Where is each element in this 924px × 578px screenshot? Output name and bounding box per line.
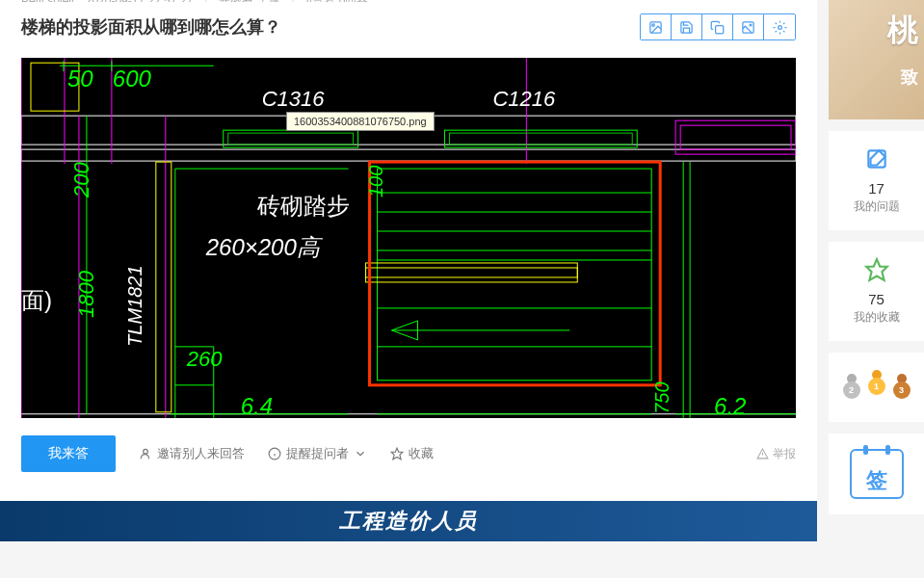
svg-point-4 <box>750 24 752 26</box>
svg-text:260: 260 <box>186 347 223 371</box>
calendar-icon: 签 <box>850 449 904 499</box>
svg-text:砖砌踏步: 砖砌踏步 <box>256 193 350 219</box>
svg-rect-32 <box>366 268 578 277</box>
post-title: 楼梯的投影面积从哪到哪怎么算？ <box>21 15 281 39</box>
post-location: 安徽省 土建 <box>219 0 279 2</box>
star-icon <box>390 447 404 460</box>
svg-marker-73 <box>866 259 887 280</box>
post-stats: 4查看 0回答 <box>306 0 369 2</box>
svg-text:260×200高: 260×200高 <box>205 234 323 260</box>
svg-text:100: 100 <box>365 166 386 197</box>
svg-rect-23 <box>378 169 652 381</box>
medals-card[interactable]: 2 1 3 <box>829 353 924 422</box>
cad-drawing[interactable]: 1600353400881076750.png <box>21 58 796 418</box>
svg-rect-22 <box>680 125 791 149</box>
svg-text:6.4: 6.4 <box>241 393 273 418</box>
favorite-link[interactable]: 收藏 <box>390 445 434 462</box>
answer-button[interactable]: 我来答 <box>21 435 116 472</box>
svg-point-5 <box>778 25 781 29</box>
svg-text:750: 750 <box>651 381 673 413</box>
silver-medal-icon: 2 <box>842 374 861 401</box>
info-icon <box>268 447 281 460</box>
warning-icon <box>756 448 769 460</box>
svg-rect-6 <box>21 116 796 144</box>
svg-text:面): 面) <box>21 287 52 313</box>
post-date: 2020-09-17 22:57:27 <box>86 0 193 2</box>
svg-text:C1216: C1216 <box>492 87 556 111</box>
star-outline-icon <box>864 257 889 285</box>
save-icon[interactable] <box>672 14 702 39</box>
stat-label: 我的收藏 <box>854 309 900 326</box>
my-questions-card[interactable]: 17 我的问题 <box>829 131 924 230</box>
gold-medal-icon: 1 <box>867 370 886 397</box>
invite-link[interactable]: 邀请别人来回答 <box>139 445 245 462</box>
user-icon <box>139 447 152 460</box>
svg-text:50: 50 <box>67 66 93 92</box>
svg-point-1 <box>652 23 655 26</box>
svg-rect-33 <box>370 162 661 385</box>
svg-rect-7 <box>21 149 796 161</box>
svg-rect-2 <box>716 25 724 33</box>
svg-rect-31 <box>366 263 578 282</box>
image-toolbar <box>640 13 796 40</box>
svg-text:6.2: 6.2 <box>714 393 746 418</box>
stat-count: 75 <box>868 291 884 307</box>
remind-link[interactable]: 提醒提问者 <box>268 445 367 462</box>
report-link[interactable]: 举报 <box>756 446 796 462</box>
copy-icon[interactable] <box>702 14 733 39</box>
author: Petit soleil <box>21 0 74 2</box>
image-icon[interactable] <box>641 14 672 39</box>
svg-point-65 <box>144 449 148 454</box>
svg-text:1800: 1800 <box>74 270 98 318</box>
chevron-down-icon <box>354 447 367 460</box>
stat-count: 17 <box>868 180 884 197</box>
svg-rect-18 <box>228 133 354 144</box>
cad-svg: 50 600 C1316 C1216 200 100 砖砌踏步 260×200高… <box>21 58 796 418</box>
gallery-icon[interactable] <box>733 14 764 39</box>
my-favorites-card[interactable]: 75 我的收藏 <box>829 242 924 341</box>
promo-card[interactable]: 桃 致 <box>829 0 924 119</box>
svg-text:200: 200 <box>69 162 93 198</box>
edit-icon <box>864 146 889 174</box>
bronze-medal-icon: 3 <box>892 374 911 401</box>
action-bar: 我来答 邀请别人来回答 提醒提问者 收藏 举报 <box>0 418 817 489</box>
svg-text:600: 600 <box>113 66 152 92</box>
ad-banner[interactable]: 工程造价人员 <box>0 501 817 541</box>
gear-icon[interactable] <box>764 14 795 39</box>
svg-text:TLM1821: TLM1821 <box>124 265 145 346</box>
svg-text:C1316: C1316 <box>262 87 326 111</box>
checkin-card[interactable]: 签 <box>829 434 924 514</box>
stat-label: 我的问题 <box>854 198 900 215</box>
svg-rect-16 <box>156 162 172 412</box>
svg-marker-69 <box>391 448 403 460</box>
svg-rect-20 <box>449 133 632 144</box>
